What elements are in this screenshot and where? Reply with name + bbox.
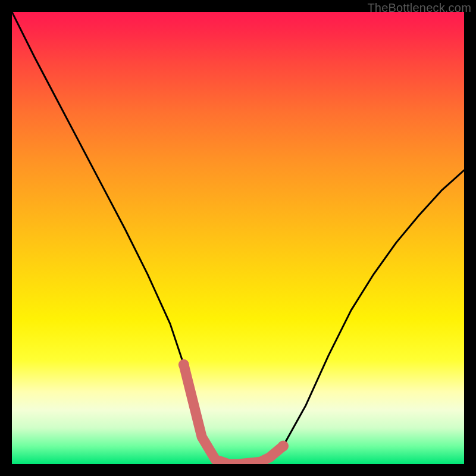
bottleneck-curve [12, 12, 464, 464]
highlight-dot [278, 441, 289, 452]
plot-area [12, 12, 464, 464]
chart-svg [12, 12, 464, 464]
highlight-valley [184, 365, 283, 464]
watermark-text: TheBottleneck.com [367, 1, 471, 15]
chart-frame: TheBottleneck.com [0, 0, 476, 476]
highlight-dot [178, 359, 189, 370]
